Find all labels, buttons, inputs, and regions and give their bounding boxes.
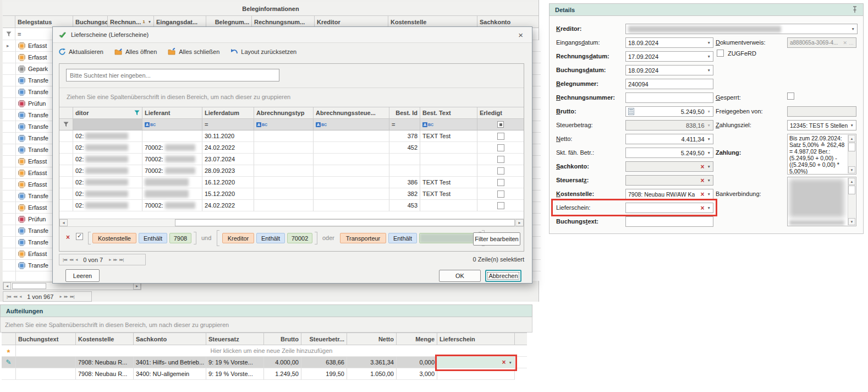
scrollbar-thumb[interactable] <box>12 283 46 289</box>
filter-field-chip[interactable]: Kostenstelle <box>92 233 136 243</box>
fast-prev-icon[interactable]: ◂◂ <box>69 258 73 262</box>
rechnungsdatum-field[interactable]: 17.09.2024▼ <box>625 51 713 62</box>
filter-value-chip[interactable]: 70002 <box>287 233 312 243</box>
edit-filter-button[interactable]: Filter bearbeiten <box>473 232 520 246</box>
table-row[interactable]: 02: 70002: 23.07.2024 <box>59 154 524 165</box>
vertical-scrollbar[interactable]: ▲ ▼ <box>848 135 855 173</box>
clear-button[interactable]: Leeren <box>65 269 100 282</box>
column-header-menge[interactable]: Menge <box>397 333 437 345</box>
buchungstext-cell[interactable] <box>16 357 76 368</box>
kostenstelle-cell[interactable]: 7908: Neubau R... <box>76 357 134 368</box>
next-page-icon[interactable]: ▸ <box>59 295 61 299</box>
column-header-lieferant[interactable]: Lieferant <box>142 107 202 119</box>
chevron-down-icon[interactable]: ▼ <box>706 178 711 182</box>
horizontal-scrollbar[interactable]: ◂ ▸ <box>59 219 524 227</box>
next-page-icon[interactable]: ▸ <box>109 258 111 262</box>
column-header-best-text[interactable]: Best. Text <box>420 107 477 119</box>
kostenstelle-cell[interactable]: 7908: Neubau R... <box>76 368 134 380</box>
erledigt-checkbox[interactable] <box>497 167 504 175</box>
erledigt-checkbox[interactable] <box>497 133 504 140</box>
column-header-kostenstelle[interactable]: Kostenstelle <box>76 333 134 345</box>
buchungstext-cell[interactable] <box>16 368 76 380</box>
belegnummer-field[interactable]: 240094 <box>625 79 713 89</box>
buchungsdatum-field[interactable]: 18.09.2024▼ <box>625 65 713 75</box>
column-header-abrechnungstyp[interactable]: Abrechnungstyp <box>254 107 314 119</box>
scrollbar-thumb[interactable] <box>175 219 515 226</box>
refresh-button[interactable]: Aktualisieren <box>58 48 103 56</box>
kreditor-combobox[interactable]: ▼ <box>625 24 858 34</box>
scroll-up-icon[interactable]: ▲ <box>848 135 855 142</box>
calculator-icon[interactable] <box>628 108 634 115</box>
lieferschein-editor-cell[interactable]: × ▼ <box>437 357 515 368</box>
pin-icon[interactable] <box>852 6 858 13</box>
best-text-filter-cell[interactable]: ABC <box>420 119 477 130</box>
fast-next-icon[interactable]: ▸▸ <box>64 295 68 299</box>
best-id-filter-cell[interactable]: = <box>389 119 420 130</box>
reset-layout-button[interactable]: Layout zurücksetzen <box>230 48 296 55</box>
chevron-down-icon[interactable]: ▼ <box>706 110 711 113</box>
first-page-icon[interactable]: |◂◂ <box>63 258 67 262</box>
gesperrt-checkbox[interactable] <box>787 92 794 100</box>
chevron-down-icon[interactable]: ▼ <box>850 27 855 31</box>
filter-join-label[interactable]: oder <box>322 235 334 241</box>
column-header-steuerbetrag[interactable]: Steuerbetr... <box>301 333 347 345</box>
column-header-brutto[interactable]: Brutto <box>264 333 301 345</box>
chevron-down-icon[interactable]: ▼ <box>706 192 711 196</box>
kreditor-filter-cell[interactable] <box>73 119 142 130</box>
chevron-down-icon[interactable]: ▼ <box>706 137 711 141</box>
fast-next-icon[interactable]: ▸▸ <box>113 258 117 262</box>
rechnungsnummer-field[interactable] <box>625 92 713 103</box>
zahlung-textbox[interactable]: Bis zum 22.09.2024: Satz 5,00% ≙ 262,48 … <box>787 134 856 175</box>
table-row[interactable]: 02: 70002: 24.02.2022 453 <box>59 200 524 211</box>
search-input[interactable] <box>66 69 279 81</box>
lieferschein-combobox[interactable]: ×▼ <box>625 203 713 213</box>
column-header-best-id[interactable]: Best. Id <box>389 107 420 119</box>
menge-cell[interactable]: 0,000 <box>397 357 437 368</box>
erledigt-filter-cell[interactable] <box>477 119 524 130</box>
table-row[interactable]: 02: 70002: 24.02.2022 452 <box>59 142 524 154</box>
column-header-lieferdatum[interactable]: Lieferdatum <box>202 107 254 119</box>
abrechnungstyp-filter-cell[interactable]: ABC <box>254 119 314 130</box>
cancel-button[interactable]: Abbrechen <box>485 270 521 282</box>
column-header-lieferschein[interactable]: Lieferschein <box>437 333 515 345</box>
group-by-zone[interactable]: Ziehen Sie eine Spaltenüberschrift in di… <box>0 317 532 333</box>
lieferschein-cell[interactable] <box>437 368 515 380</box>
erledigt-checkbox[interactable] <box>497 144 504 151</box>
filter-join-label[interactable]: und <box>201 235 211 241</box>
active-funnel-icon[interactable] <box>134 110 140 116</box>
table-row[interactable]: 02: 30.11.2020 378 TEXT Test <box>59 130 524 142</box>
filter-enabled-checkbox[interactable] <box>76 233 83 240</box>
sachkonto-combobox[interactable]: ×▼ <box>625 161 713 172</box>
close-icon[interactable]: × <box>515 30 526 40</box>
steuerbetrag-cell[interactable]: 199,50 <box>301 368 347 380</box>
filter-value-chip[interactable]: 7908 <box>169 233 191 243</box>
chevron-down-icon[interactable]: ▼ <box>706 206 711 210</box>
kostenstelle-combobox[interactable]: 7908: Neubau RW/AW Ka ×▼ <box>625 189 713 199</box>
filter-row-button[interactable] <box>59 119 73 130</box>
scroll-down-icon[interactable]: ▼ <box>848 166 855 173</box>
brutto-field[interactable]: 5.249,50▼ <box>625 106 713 117</box>
steuersatz-cell[interactable]: 9: 19 % Vorste... <box>206 357 264 368</box>
chevron-down-icon[interactable]: ▼ <box>849 123 854 127</box>
scroll-up-icon[interactable]: ▲ <box>848 178 855 185</box>
column-header-buchungstext[interactable]: Buchungstext <box>16 333 76 345</box>
eingangsdatum-field[interactable]: 18.09.2024▼ <box>625 37 713 48</box>
table-row[interactable]: 02: 15.12.2020 382 TEXT Test <box>59 188 524 200</box>
steuerbetrag-cell[interactable]: 638,66 <box>301 357 347 368</box>
first-page-icon[interactable]: |◂◂ <box>7 295 10 299</box>
menge-cell[interactable]: 3,000 <box>397 368 437 380</box>
skontofaehiger-betrag-field[interactable]: 5.249,50▼ <box>625 148 713 158</box>
expand-all-button[interactable]: Alles öffnen <box>114 48 157 55</box>
filter-field-chip[interactable]: Kreditor <box>222 233 254 243</box>
zugferd-checkbox[interactable] <box>717 50 724 57</box>
abrechnungssteuerung-filter-cell[interactable]: ABC <box>314 119 389 130</box>
sachkonto-cell[interactable]: 3401: Hilfs- und Betrieb... <box>134 357 206 368</box>
column-header-sachkonto[interactable]: Sachkonto <box>134 333 206 345</box>
steuersatz-combobox[interactable]: ×▼ <box>625 175 713 186</box>
chevron-down-icon[interactable]: ▼ <box>706 68 711 72</box>
scroll-right-icon[interactable]: ▸ <box>515 219 524 226</box>
column-header-steuersatz[interactable]: Steuersatz <box>206 333 264 345</box>
netto-cell[interactable]: 3.361,34 <box>347 357 397 368</box>
buchungstext-field[interactable] <box>625 216 713 227</box>
chevron-down-icon[interactable]: ▼ <box>706 55 711 58</box>
